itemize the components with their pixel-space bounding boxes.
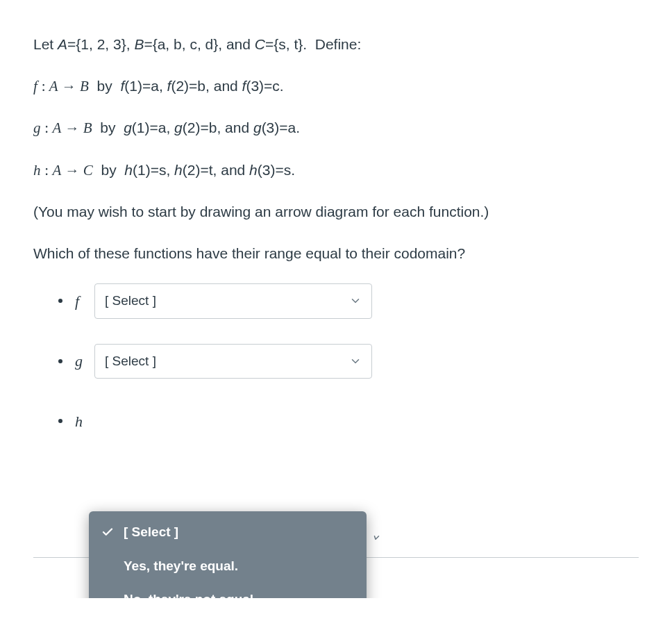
check-icon	[101, 526, 118, 538]
select-f[interactable]: [ Select ]	[94, 283, 372, 319]
hint-text: (You may wish to start by drawing an arr…	[33, 201, 639, 223]
dropdown-option-label: [ Select ]	[124, 522, 178, 543]
question-prompt: Which of these functions have their rang…	[33, 242, 639, 265]
chevron-down-icon	[349, 355, 362, 367]
select-g-placeholder: [ Select ]	[105, 352, 156, 372]
question-container: Let A={1, 2, 3}, B={a, b, c, d}, and C={…	[33, 33, 639, 558]
dropdown-menu-h: [ Select ] Yes, they're equal. No, they'…	[89, 511, 367, 598]
answer-row-h: h [ Select ]	[58, 404, 639, 439]
def-g: g : A → B by g(1)=a, g(2)=b, and g(3)=a.	[33, 117, 639, 140]
bullet-icon	[58, 419, 62, 423]
dropdown-option-yes[interactable]: Yes, they're equal.	[89, 550, 367, 584]
dropdown-option-label: No, they're not equal.	[124, 590, 257, 598]
chevron-down-icon	[349, 295, 362, 307]
def-h: h : A → C by h(1)=s, h(2)=t, and h(3)=s.	[33, 159, 639, 182]
dropdown-option-selected[interactable]: [ Select ]	[89, 515, 367, 550]
answer-label-f: f	[75, 290, 94, 313]
def-f: f : A → B by f(1)=a, f(2)=b, and f(3)=c.	[33, 75, 639, 98]
dropdown-option-no[interactable]: No, they're not equal.	[89, 583, 367, 598]
select-f-placeholder: [ Select ]	[105, 291, 156, 311]
dropdown-option-label: Yes, they're equal.	[124, 556, 238, 577]
question-intro: Let A={1, 2, 3}, B={a, b, c, d}, and C={…	[33, 33, 639, 56]
chevron-down-icon	[369, 528, 379, 540]
answer-label-g: g	[75, 349, 94, 372]
answer-row-g: g [ Select ]	[58, 344, 639, 379]
bullet-icon	[58, 359, 62, 363]
select-g[interactable]: [ Select ]	[94, 344, 372, 379]
answers-list: f [ Select ] g [ Select ] h [ Selec	[33, 283, 639, 439]
bullet-icon	[58, 299, 62, 303]
answer-label-h: h	[75, 410, 94, 433]
question-body: Let A={1, 2, 3}, B={a, b, c, d}, and C={…	[33, 33, 639, 264]
answer-row-f: f [ Select ]	[58, 283, 639, 319]
